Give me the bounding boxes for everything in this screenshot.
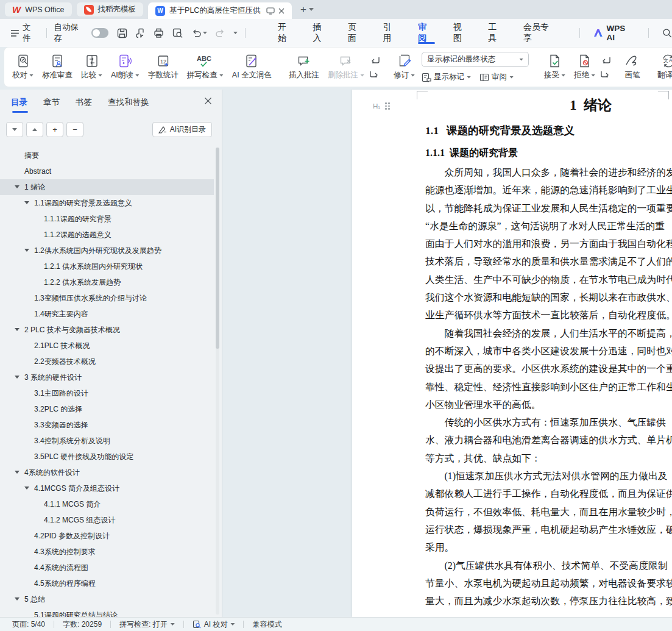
toc-item[interactable]: 3.1主回路的设计 — [0, 385, 214, 401]
toc-item[interactable]: 3.4控制系统分析及说明 — [0, 433, 214, 449]
toc-item[interactable]: 4.1.1 MCGS 简介 — [0, 496, 214, 512]
toc-item[interactable]: 4系统的软件设计 — [0, 465, 214, 480]
ai-proofread-button[interactable]: AI 校对 — [193, 619, 235, 630]
ai-recognize-toc-button[interactable]: AI识别目录 — [152, 122, 212, 137]
spell-check-status[interactable]: 拼写检查: 打开 — [119, 619, 175, 630]
heading-level-marker[interactable]: H₁ — [373, 102, 390, 110]
toc-item[interactable]: 1.3变频恒压供水系统的介绍与讨论 — [0, 290, 214, 306]
undo-chevron-icon[interactable] — [203, 32, 207, 34]
toc-item[interactable]: 1.2供水系统国内外研究现状及发展趋势 — [0, 243, 214, 258]
show-markup-button[interactable]: 显示标记 — [422, 72, 471, 82]
toc-item[interactable]: 3.3变频器的选择 — [0, 417, 214, 433]
menu-tab-会员专享[interactable]: 会员专享 — [514, 19, 566, 47]
tab-list-chevron-icon[interactable] — [309, 8, 314, 11]
menu-tab-工具[interactable]: 工具 — [479, 19, 514, 47]
collapse-arrow-icon[interactable] — [15, 328, 19, 331]
menu-tab-引用[interactable]: 引用 — [374, 19, 409, 47]
sidebar-scrollbar[interactable] — [216, 148, 219, 615]
document-page[interactable]: H₁ 1 绪论 1.1 课题的研究背景及选题意义 1.1.1 课题的研究背景 众… — [352, 90, 672, 617]
collapse-arrow-icon[interactable] — [15, 185, 19, 188]
new-tab-button[interactable]: + — [300, 4, 306, 16]
sidebar-tab-目录[interactable]: 目录 — [11, 97, 27, 113]
toc-item[interactable]: 4.4系统的流程图 — [0, 560, 214, 576]
previous-comment-icon[interactable] — [370, 56, 380, 64]
toc-item[interactable]: 4.1MCGS 简介及组态设计 — [0, 480, 214, 496]
toc-item[interactable]: 1.2.2 供水系统发展趋势 — [0, 274, 214, 290]
toc-item[interactable]: 1.1课题的研究背景及选题意义 — [0, 195, 214, 211]
previous-change-icon[interactable] — [601, 56, 610, 64]
translate-button[interactable]: A文 翻译 — [653, 49, 672, 85]
redo-icon[interactable] — [216, 29, 225, 37]
toc-item[interactable]: 1.4研究主要内容 — [0, 306, 214, 322]
toc-item[interactable]: Abstract — [0, 163, 214, 179]
tab-current-document[interactable]: W 基于PLC的高层住宅恒压供水 — [148, 2, 292, 19]
toc-item[interactable]: 5.1课题的研究总结与结论 — [0, 607, 214, 617]
toc-item[interactable]: 5 总结 — [0, 591, 214, 607]
track-changes-button[interactable]: 修订 — [389, 49, 419, 85]
toc-item[interactable]: 3.2PLC 的选择 — [0, 401, 214, 417]
tab-docer-templates[interactable]: 找稻壳模板 — [77, 2, 144, 16]
insert-comment-button[interactable]: 插入批注 — [285, 49, 324, 85]
collapse-arrow-icon[interactable] — [15, 471, 19, 474]
toc-item[interactable]: 2.1PLC 技术概况 — [0, 338, 214, 354]
toc-item[interactable]: 摘要 — [0, 148, 214, 163]
print-preview-icon[interactable] — [172, 28, 183, 38]
export-pdf-icon[interactable] — [136, 28, 145, 38]
sidebar-tab-书签[interactable]: 书签 — [76, 97, 92, 113]
toc-item[interactable]: 3 系统的硬件设计 — [0, 369, 214, 385]
tab-wps-office[interactable]: W WPS Office — [5, 2, 72, 16]
file-menu-button[interactable]: 文件 — [11, 22, 39, 44]
collapse-arrow-icon[interactable] — [24, 487, 29, 490]
toc-item[interactable]: 2.2变频器技术概况 — [0, 354, 214, 369]
delete-comment-button[interactable]: 删除批注 — [324, 49, 369, 85]
save-icon[interactable] — [117, 28, 127, 38]
collapse-all-button[interactable]: − — [66, 122, 83, 137]
ai-read-button[interactable]: AI朗读 — [107, 49, 144, 85]
monitor-icon[interactable] — [266, 7, 275, 15]
toc-item[interactable]: 2 PLC 技术与变频器技术概况 — [0, 322, 214, 338]
accept-button[interactable]: 接受 — [540, 49, 570, 85]
toc-item[interactable]: 1 绪论 — [0, 179, 214, 195]
sidebar-tab-查找和替换[interactable]: 查找和替换 — [108, 97, 149, 113]
toc-item[interactable]: 1.1.2课题的选题意义 — [0, 227, 214, 243]
markup-state-select[interactable]: 显示标记的最终状态 — [422, 52, 529, 67]
reject-button[interactable]: 拒绝 — [570, 49, 599, 85]
sidebar-close-icon[interactable] — [204, 97, 212, 105]
expand-down-button[interactable] — [6, 122, 23, 137]
menu-tab-页面[interactable]: 页面 — [339, 19, 374, 47]
spell-check-button[interactable]: ABC 拼写检查 — [183, 49, 228, 85]
toc-item[interactable]: 1.1.1课题的研究背景 — [0, 211, 214, 227]
autosave-toggle[interactable] — [91, 28, 108, 38]
proofread-button[interactable]: 校对 — [8, 49, 38, 85]
drag-handle-icon[interactable] — [385, 102, 390, 110]
close-icon[interactable] — [278, 8, 285, 14]
standard-review-button[interactable]: 标准审查 — [38, 49, 77, 85]
toc-item[interactable]: 3.5PLC 硬件接线及功能的设定 — [0, 449, 214, 465]
menu-tab-开始[interactable]: 开始 — [269, 19, 304, 47]
compare-button[interactable]: 比较 — [77, 49, 107, 85]
toc-item[interactable]: 1.2.1 供水系统国内外研究现状 — [0, 258, 214, 274]
search-icon[interactable] — [662, 28, 672, 38]
scrollbar-thumb[interactable] — [216, 148, 219, 349]
menu-tab-插入[interactable]: 插入 — [303, 19, 339, 47]
menu-tab-视图[interactable]: 视图 — [444, 19, 479, 47]
toc-item[interactable]: 4.5系统的程序编程 — [0, 576, 214, 591]
brush-button[interactable]: 画笔 — [620, 49, 645, 85]
word-count-button[interactable]: 12 字数统计 — [144, 49, 183, 85]
collapse-arrow-icon[interactable] — [15, 597, 19, 601]
print-icon[interactable] — [154, 28, 164, 38]
next-change-icon[interactable] — [601, 70, 610, 78]
wps-ai-button[interactable]: WPS AI — [593, 24, 635, 42]
review-pane-button[interactable]: 审阅 — [479, 72, 514, 82]
toc-item[interactable]: 4.1.2 MCGS 组态设计 — [0, 512, 214, 528]
toc-item[interactable]: 4.3系统的控制要求 — [0, 544, 214, 560]
sidebar-tab-章节[interactable]: 章节 — [43, 97, 60, 113]
menu-tab-审阅[interactable]: 审阅 — [409, 19, 444, 47]
ai-polish-button[interactable]: AI 全文润色 — [228, 49, 276, 85]
collapse-arrow-icon[interactable] — [24, 249, 29, 252]
collapse-arrow-icon[interactable] — [15, 376, 19, 379]
next-comment-icon[interactable] — [370, 70, 380, 78]
expand-all-button[interactable]: + — [46, 122, 63, 137]
undo-icon[interactable] — [192, 29, 201, 37]
quick-toolbar-chevron-icon[interactable] — [233, 32, 238, 34]
